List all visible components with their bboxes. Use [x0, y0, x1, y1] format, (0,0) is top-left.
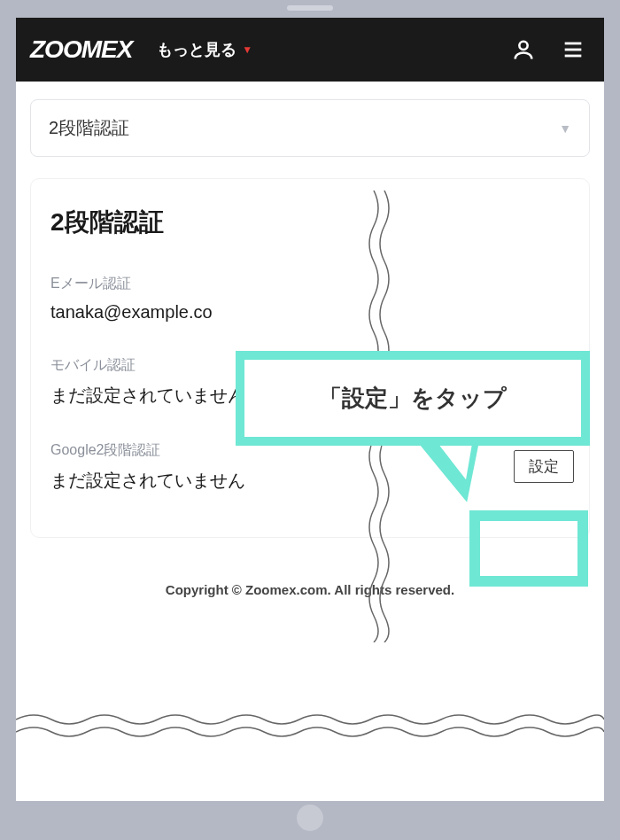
google-settings-button[interactable]: 設定 — [514, 450, 574, 483]
email-auth-row: Eメール認証 tanaka@example.co — [50, 275, 570, 323]
more-menu[interactable]: もっと見る ▼ — [157, 39, 252, 60]
logo[interactable]: ZOOMEX — [30, 35, 132, 64]
email-auth-label: Eメール認証 — [50, 275, 570, 293]
tablet-frame: ZOOMEX もっと見る ▼ 2段階 — [0, 0, 620, 840]
callout-text: 「設定」をタップ — [319, 385, 507, 411]
dropdown-label: 2段階認証 — [49, 116, 129, 140]
content-area: 2段階認証 ▼ 2段階認証 Eメール認証 tanaka@example.co モ… — [16, 82, 604, 556]
svg-point-0 — [519, 42, 527, 50]
highlight-google-settings — [469, 510, 588, 587]
section-dropdown[interactable]: 2段階認証 ▼ — [30, 99, 590, 157]
home-button[interactable] — [297, 805, 323, 831]
copyright-text: Copyright © Zoomex.com. All rights reser… — [166, 582, 454, 597]
screen: ZOOMEX もっと見る ▼ 2段階 — [16, 18, 604, 801]
chevron-down-icon: ▼ — [242, 43, 252, 56]
torn-edge-horizontal — [16, 709, 604, 741]
user-icon[interactable] — [507, 33, 540, 66]
menu-icon[interactable] — [556, 33, 590, 66]
app-header: ZOOMEX もっと見る ▼ — [16, 18, 604, 82]
tablet-notch — [287, 5, 333, 11]
instruction-callout: 「設定」をタップ — [236, 351, 590, 446]
more-label: もっと見る — [157, 39, 236, 60]
panel-title: 2段階認証 — [50, 206, 570, 239]
email-auth-value: tanaka@example.co — [50, 302, 570, 323]
chevron-down-icon: ▼ — [559, 121, 571, 136]
